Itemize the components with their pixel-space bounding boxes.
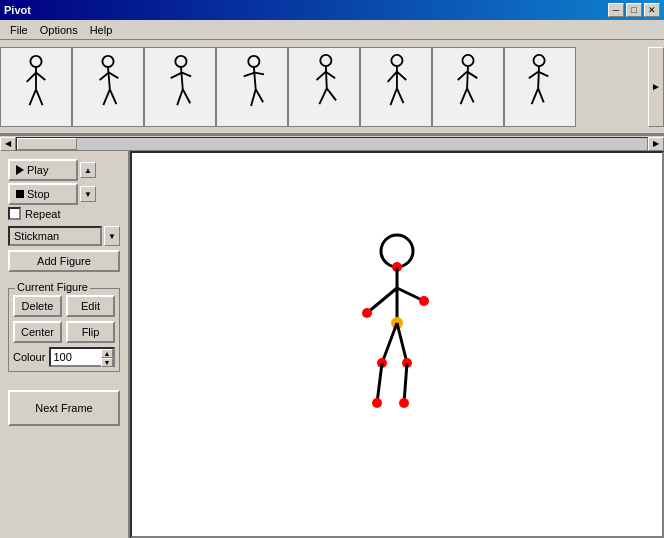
frame-toolbar: ► (0, 40, 664, 135)
svg-line-22 (251, 89, 256, 106)
scroll-right-arrow[interactable]: ▶ (648, 137, 664, 151)
frame-thumb-3[interactable] (144, 47, 216, 127)
minimize-button[interactable]: ─ (608, 3, 624, 17)
stop-row: Stop ▼ (8, 183, 120, 205)
colour-spinner: ▲ ▼ (101, 349, 113, 365)
frame-thumb-6[interactable] (360, 47, 432, 127)
svg-line-38 (458, 72, 467, 80)
main-area: Play ▲ Stop ▼ Repeat Stickman (0, 151, 664, 538)
svg-line-37 (467, 66, 468, 88)
scroll-left-arrow[interactable]: ◀ (0, 137, 16, 151)
colour-input[interactable] (51, 351, 101, 363)
svg-line-28 (319, 88, 326, 104)
svg-line-62 (404, 363, 407, 403)
svg-line-27 (326, 72, 335, 79)
svg-line-58 (377, 363, 382, 403)
svg-line-60 (397, 323, 407, 363)
svg-line-26 (317, 72, 326, 80)
svg-point-30 (391, 55, 402, 66)
svg-line-19 (254, 67, 256, 89)
svg-line-15 (182, 73, 191, 77)
menu-file[interactable]: File (4, 23, 34, 37)
colour-spin-up[interactable]: ▲ (101, 349, 113, 358)
stop-label: Stop (27, 188, 50, 200)
frame-thumb-1[interactable] (0, 47, 72, 127)
next-frame-label: Next Frame (35, 402, 92, 414)
close-button[interactable]: ✕ (644, 3, 660, 17)
select-arrow[interactable]: ▼ (104, 226, 120, 246)
svg-line-29 (327, 88, 336, 100)
svg-line-33 (397, 72, 406, 80)
window-title: Pivot (4, 4, 31, 16)
colour-label: Colour (13, 351, 45, 363)
flip-button[interactable]: Flip (66, 321, 115, 343)
title-text: Pivot (4, 4, 31, 16)
delete-edit-row: Delete Edit (13, 295, 115, 317)
scrollbar-thumb[interactable] (17, 138, 77, 150)
play-label: Play (27, 164, 48, 176)
frame-thumb-8[interactable] (504, 47, 576, 127)
svg-line-8 (100, 73, 109, 80)
repeat-row: Repeat (8, 207, 120, 220)
menu-bar: File Options Help (0, 20, 664, 40)
svg-point-24 (320, 55, 331, 66)
play-scroll-up[interactable]: ▲ (80, 162, 96, 178)
svg-line-47 (538, 88, 544, 102)
menu-help[interactable]: Help (84, 23, 119, 37)
svg-line-21 (255, 73, 264, 75)
svg-line-32 (388, 72, 397, 82)
scroll-right-button[interactable]: ► (648, 47, 664, 127)
title-controls: ─ □ ✕ (608, 3, 660, 17)
repeat-label: Repeat (25, 208, 60, 220)
frame-thumb-5[interactable] (288, 47, 360, 127)
play-row: Play ▲ (8, 159, 120, 181)
figure-section: Stickman ▼ Add Figure (8, 226, 120, 272)
svg-line-52 (367, 288, 397, 313)
svg-line-41 (467, 88, 474, 102)
svg-line-25 (326, 66, 327, 88)
edit-button[interactable]: Edit (66, 295, 115, 317)
menu-options[interactable]: Options (34, 23, 84, 37)
play-button[interactable]: Play (8, 159, 78, 181)
svg-point-0 (30, 56, 41, 67)
svg-point-18 (248, 56, 259, 67)
frame-thumb-2[interactable] (72, 47, 144, 127)
current-figure-label: Current Figure (15, 281, 90, 293)
maximize-button[interactable]: □ (626, 3, 642, 17)
svg-point-55 (419, 296, 429, 306)
svg-point-42 (534, 55, 545, 66)
frame-thumb-4[interactable] (216, 47, 288, 127)
svg-line-10 (103, 89, 110, 105)
repeat-checkbox[interactable] (8, 207, 21, 220)
svg-line-9 (109, 73, 118, 79)
center-button[interactable]: Center (13, 321, 62, 343)
scrollbar-track[interactable] (16, 137, 648, 151)
svg-line-39 (467, 72, 477, 79)
left-panel: Play ▲ Stop ▼ Repeat Stickman (0, 151, 130, 538)
stop-button[interactable]: Stop (8, 183, 78, 205)
colour-row: Colour ▲ ▼ (13, 347, 115, 367)
svg-line-46 (532, 88, 539, 104)
svg-line-5 (36, 89, 43, 105)
colour-spin-down[interactable]: ▼ (101, 358, 113, 367)
svg-line-16 (177, 89, 183, 105)
current-figure-group: Current Figure Delete Edit Center Flip C… (8, 288, 120, 372)
play-scroll-down[interactable]: ▼ (80, 186, 96, 202)
next-frame-button[interactable]: Next Frame (8, 390, 120, 426)
svg-point-63 (399, 398, 409, 408)
add-figure-button[interactable]: Add Figure (8, 250, 120, 272)
svg-line-3 (36, 73, 45, 80)
svg-line-13 (181, 67, 183, 89)
horizontal-scrollbar: ◀ ▶ (0, 135, 664, 151)
svg-point-53 (362, 308, 372, 318)
delete-button[interactable]: Delete (13, 295, 62, 317)
canvas-area[interactable] (130, 151, 664, 538)
svg-line-44 (529, 72, 538, 79)
figure-dropdown[interactable]: Stickman (8, 226, 102, 246)
play-icon (16, 165, 24, 175)
frame-thumb-7[interactable] (432, 47, 504, 127)
center-flip-row: Center Flip (13, 321, 115, 343)
svg-line-17 (183, 89, 190, 103)
colour-input-box: ▲ ▼ (49, 347, 115, 367)
svg-point-6 (102, 56, 113, 67)
